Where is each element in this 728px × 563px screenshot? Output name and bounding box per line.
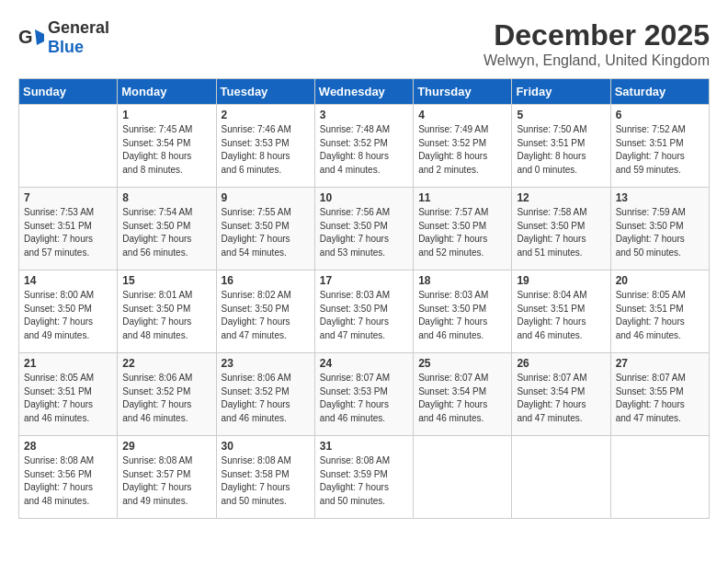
- day-info: Sunrise: 8:06 AMSunset: 3:52 PMDaylight:…: [122, 372, 210, 425]
- calendar-cell: 17Sunrise: 8:03 AMSunset: 3:50 PMDayligh…: [314, 270, 413, 353]
- day-info: Sunrise: 8:07 AMSunset: 3:54 PMDaylight:…: [517, 372, 605, 425]
- day-number: 18: [418, 274, 506, 287]
- calendar-cell: [19, 105, 118, 188]
- day-info: Sunrise: 7:58 AMSunset: 3:50 PMDaylight:…: [517, 206, 605, 259]
- calendar-cell: 18Sunrise: 8:03 AMSunset: 3:50 PMDayligh…: [414, 270, 512, 353]
- day-number: 23: [222, 357, 310, 370]
- day-info: Sunrise: 8:08 AMSunset: 3:58 PMDaylight:…: [222, 454, 310, 508]
- day-info: Sunrise: 7:48 AMSunset: 3:52 PMDaylight:…: [320, 123, 408, 177]
- day-header-sunday: Sunday: [19, 79, 118, 105]
- calendar-cell: [610, 436, 709, 519]
- day-info: Sunrise: 8:04 AMSunset: 3:51 PMDaylight:…: [517, 289, 605, 342]
- calendar-cell: 27Sunrise: 8:07 AMSunset: 3:55 PMDayligh…: [610, 353, 709, 436]
- day-number: 30: [222, 440, 310, 453]
- calendar-header-row: SundayMondayTuesdayWednesdayThursdayFrid…: [19, 79, 710, 105]
- day-number: 28: [24, 440, 112, 453]
- calendar-cell: 15Sunrise: 8:01 AMSunset: 3:50 PMDayligh…: [118, 270, 216, 353]
- calendar-week-row: 21Sunrise: 8:05 AMSunset: 3:51 PMDayligh…: [19, 353, 710, 436]
- day-info: Sunrise: 8:00 AMSunset: 3:50 PMDaylight:…: [24, 289, 112, 342]
- logo-icon: G: [18, 25, 44, 51]
- calendar-cell: 7Sunrise: 7:53 AMSunset: 3:51 PMDaylight…: [19, 188, 118, 270]
- calendar-cell: 22Sunrise: 8:06 AMSunset: 3:52 PMDayligh…: [118, 353, 216, 436]
- day-number: 24: [320, 357, 408, 370]
- day-number: 11: [418, 191, 506, 204]
- svg-marker-1: [35, 29, 44, 45]
- calendar-cell: 6Sunrise: 7:52 AMSunset: 3:51 PMDaylight…: [610, 105, 709, 188]
- day-number: 12: [517, 191, 605, 204]
- day-number: 22: [122, 357, 210, 370]
- day-number: 27: [616, 357, 704, 370]
- day-info: Sunrise: 8:08 AMSunset: 3:57 PMDaylight:…: [122, 454, 210, 508]
- day-info: Sunrise: 8:08 AMSunset: 3:56 PMDaylight:…: [24, 454, 112, 508]
- title-block: December 2025 Welwyn, England, United Ki…: [483, 18, 710, 69]
- day-info: Sunrise: 8:07 AMSunset: 3:54 PMDaylight:…: [418, 372, 506, 425]
- calendar-cell: 14Sunrise: 8:00 AMSunset: 3:50 PMDayligh…: [19, 270, 118, 353]
- calendar-week-row: 28Sunrise: 8:08 AMSunset: 3:56 PMDayligh…: [19, 436, 710, 519]
- calendar-cell: 29Sunrise: 8:08 AMSunset: 3:57 PMDayligh…: [118, 436, 216, 519]
- day-info: Sunrise: 7:54 AMSunset: 3:50 PMDaylight:…: [122, 206, 210, 259]
- calendar-cell: 31Sunrise: 8:08 AMSunset: 3:59 PMDayligh…: [314, 436, 413, 519]
- day-info: Sunrise: 8:03 AMSunset: 3:50 PMDaylight:…: [418, 289, 506, 342]
- day-info: Sunrise: 8:05 AMSunset: 3:51 PMDaylight:…: [24, 372, 112, 425]
- day-number: 21: [24, 357, 112, 370]
- calendar-cell: 3Sunrise: 7:48 AMSunset: 3:52 PMDaylight…: [314, 105, 413, 188]
- calendar-cell: 5Sunrise: 7:50 AMSunset: 3:51 PMDaylight…: [512, 105, 610, 188]
- page-header: G General Blue December 2025 Welwyn, Eng…: [18, 18, 710, 69]
- calendar-cell: [512, 436, 610, 519]
- day-header-thursday: Thursday: [414, 79, 512, 105]
- calendar-cell: 12Sunrise: 7:58 AMSunset: 3:50 PMDayligh…: [512, 188, 610, 270]
- day-info: Sunrise: 8:06 AMSunset: 3:52 PMDaylight:…: [222, 372, 310, 425]
- calendar-week-row: 1Sunrise: 7:45 AMSunset: 3:54 PMDaylight…: [19, 105, 710, 188]
- calendar-week-row: 7Sunrise: 7:53 AMSunset: 3:51 PMDaylight…: [19, 188, 710, 270]
- day-info: Sunrise: 8:01 AMSunset: 3:50 PMDaylight:…: [122, 289, 210, 342]
- day-info: Sunrise: 8:03 AMSunset: 3:50 PMDaylight:…: [320, 289, 408, 342]
- day-info: Sunrise: 7:55 AMSunset: 3:50 PMDaylight:…: [222, 206, 310, 259]
- logo-general-text: General: [48, 18, 109, 37]
- location-subtitle: Welwyn, England, United Kingdom: [483, 52, 710, 69]
- calendar-cell: 24Sunrise: 8:07 AMSunset: 3:53 PMDayligh…: [314, 353, 413, 436]
- day-number: 9: [222, 191, 310, 204]
- day-number: 10: [320, 191, 408, 204]
- day-number: 8: [122, 191, 210, 204]
- calendar-cell: 28Sunrise: 8:08 AMSunset: 3:56 PMDayligh…: [19, 436, 118, 519]
- calendar-cell: 10Sunrise: 7:56 AMSunset: 3:50 PMDayligh…: [314, 188, 413, 270]
- day-header-tuesday: Tuesday: [216, 79, 314, 105]
- day-header-wednesday: Wednesday: [314, 79, 413, 105]
- day-info: Sunrise: 7:49 AMSunset: 3:52 PMDaylight:…: [418, 123, 506, 177]
- calendar-cell: 1Sunrise: 7:45 AMSunset: 3:54 PMDaylight…: [118, 105, 216, 188]
- calendar-cell: [414, 436, 512, 519]
- day-number: 31: [320, 440, 408, 453]
- day-number: 20: [616, 274, 704, 287]
- day-number: 14: [24, 274, 112, 287]
- logo-blue-text: Blue: [48, 38, 84, 56]
- day-info: Sunrise: 7:53 AMSunset: 3:51 PMDaylight:…: [24, 206, 112, 259]
- day-info: Sunrise: 8:05 AMSunset: 3:51 PMDaylight:…: [616, 289, 704, 342]
- day-number: 1: [122, 109, 210, 121]
- calendar-cell: 9Sunrise: 7:55 AMSunset: 3:50 PMDaylight…: [216, 188, 314, 270]
- day-number: 13: [616, 191, 704, 204]
- day-info: Sunrise: 7:50 AMSunset: 3:51 PMDaylight:…: [517, 123, 605, 177]
- calendar-cell: 16Sunrise: 8:02 AMSunset: 3:50 PMDayligh…: [216, 270, 314, 353]
- calendar-cell: 23Sunrise: 8:06 AMSunset: 3:52 PMDayligh…: [216, 353, 314, 436]
- day-info: Sunrise: 7:56 AMSunset: 3:50 PMDaylight:…: [320, 206, 408, 259]
- svg-text:G: G: [18, 27, 33, 47]
- day-number: 15: [122, 274, 210, 287]
- day-number: 19: [517, 274, 605, 287]
- calendar-cell: 25Sunrise: 8:07 AMSunset: 3:54 PMDayligh…: [414, 353, 512, 436]
- day-number: 16: [222, 274, 310, 287]
- day-info: Sunrise: 8:07 AMSunset: 3:53 PMDaylight:…: [320, 372, 408, 425]
- day-info: Sunrise: 8:02 AMSunset: 3:50 PMDaylight:…: [222, 289, 310, 342]
- calendar-cell: 8Sunrise: 7:54 AMSunset: 3:50 PMDaylight…: [118, 188, 216, 270]
- day-number: 29: [122, 440, 210, 453]
- day-header-saturday: Saturday: [610, 79, 709, 105]
- month-year-title: December 2025: [483, 18, 710, 52]
- calendar-cell: 2Sunrise: 7:46 AMSunset: 3:53 PMDaylight…: [216, 105, 314, 188]
- day-number: 26: [517, 357, 605, 370]
- day-header-friday: Friday: [512, 79, 610, 105]
- day-number: 25: [418, 357, 506, 370]
- calendar-cell: 20Sunrise: 8:05 AMSunset: 3:51 PMDayligh…: [610, 270, 709, 353]
- day-info: Sunrise: 7:57 AMSunset: 3:50 PMDaylight:…: [418, 206, 506, 259]
- calendar-cell: 19Sunrise: 8:04 AMSunset: 3:51 PMDayligh…: [512, 270, 610, 353]
- calendar-week-row: 14Sunrise: 8:00 AMSunset: 3:50 PMDayligh…: [19, 270, 710, 353]
- day-info: Sunrise: 8:08 AMSunset: 3:59 PMDaylight:…: [320, 454, 408, 508]
